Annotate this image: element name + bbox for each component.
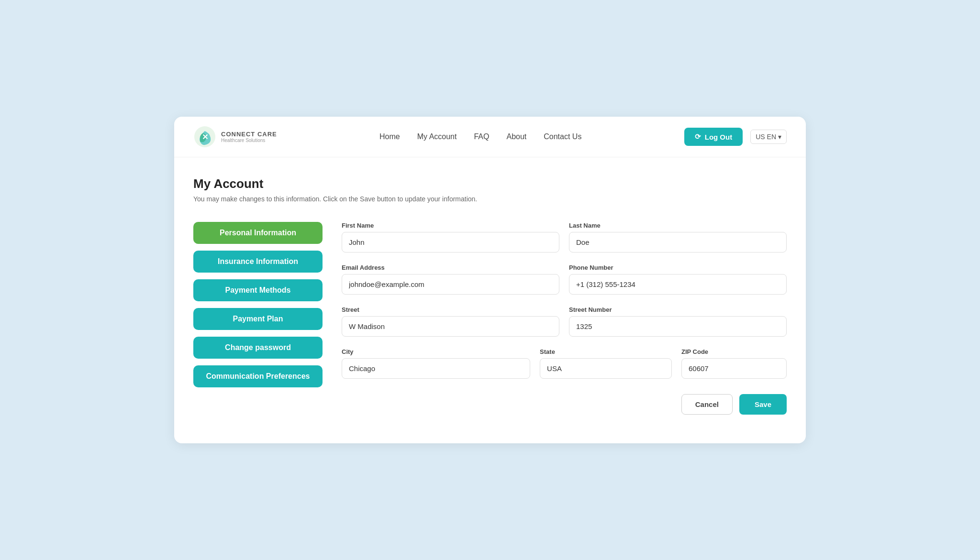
email-input[interactable] [342,274,559,295]
page-subtitle: You may make changes to this information… [193,195,787,203]
contact-row: Email Address Phone Number [342,264,787,295]
sidebar-btn-payment-methods[interactable]: Payment Methods [193,279,323,301]
sidebar-btn-change-password[interactable]: Change password [193,337,323,359]
street-number-input[interactable] [569,316,787,337]
navbar: ✕ CONNECT CARE Healthcare Solutions Home… [174,117,806,157]
name-row: First Name Last Name [342,222,787,253]
cancel-button[interactable]: Cancel [681,394,733,415]
logo-title: CONNECT CARE [221,131,277,138]
sidebar-btn-insurance-info[interactable]: Insurance Information [193,251,323,273]
last-name-group: Last Name [569,222,787,253]
zip-label: ZIP Code [681,348,787,355]
state-group: State [540,348,672,379]
nav-links: Home My Account FAQ About Contact Us [379,132,581,141]
sidebar: Personal Information Insurance Informati… [193,222,323,415]
nav-home[interactable]: Home [379,132,400,141]
save-button[interactable]: Save [739,394,787,415]
street-number-label: Street Number [569,306,787,313]
phone-input[interactable] [569,274,787,295]
city-input[interactable] [342,358,530,379]
street-label: Street [342,306,559,313]
lang-label: US EN [756,133,776,141]
city-label: City [342,348,530,355]
location-row: City State ZIP Code [342,348,787,379]
main-card: ✕ CONNECT CARE Healthcare Solutions Home… [174,117,806,443]
nav-about[interactable]: About [506,132,526,141]
page-title: My Account [193,176,787,191]
nav-contact[interactable]: Contact Us [544,132,581,141]
page-content: My Account You may make changes to this … [174,157,806,443]
street-number-group: Street Number [569,306,787,337]
chevron-down-icon: ▾ [778,133,781,141]
main-layout: Personal Information Insurance Informati… [193,222,787,415]
phone-group: Phone Number [569,264,787,295]
nav-faq[interactable]: FAQ [474,132,489,141]
phone-label: Phone Number [569,264,787,271]
state-label: State [540,348,672,355]
sidebar-btn-comm-prefs[interactable]: Communication Preferences [193,365,323,387]
zip-input[interactable] [681,358,787,379]
logo-text: CONNECT CARE Healthcare Solutions [221,131,277,143]
last-name-label: Last Name [569,222,787,229]
navbar-right: ⟳ Log Out US EN ▾ [684,128,787,146]
logo-subtitle: Healthcare Solutions [221,138,277,143]
language-selector[interactable]: US EN ▾ [750,130,787,144]
first-name-input[interactable] [342,232,559,253]
street-input[interactable] [342,316,559,337]
zip-group: ZIP Code [681,348,787,379]
street-group: Street [342,306,559,337]
form-grid: First Name Last Name Email Address [342,222,787,379]
street-row: Street Street Number [342,306,787,337]
first-name-label: First Name [342,222,559,229]
state-input[interactable] [540,358,672,379]
first-name-group: First Name [342,222,559,253]
logo-icon: ✕ [193,125,216,148]
logout-icon: ⟳ [695,132,701,141]
sidebar-btn-personal-info[interactable]: Personal Information [193,222,323,244]
sidebar-btn-payment-plan[interactable]: Payment Plan [193,308,323,330]
logout-label: Log Out [705,133,732,141]
nav-my-account[interactable]: My Account [417,132,457,141]
last-name-input[interactable] [569,232,787,253]
email-label: Email Address [342,264,559,271]
email-group: Email Address [342,264,559,295]
logout-button[interactable]: ⟳ Log Out [684,128,743,146]
form-area: First Name Last Name Email Address [342,222,787,415]
form-actions: Cancel Save [342,394,787,415]
city-group: City [342,348,530,379]
logo: ✕ CONNECT CARE Healthcare Solutions [193,125,277,148]
svg-text:✕: ✕ [202,133,208,141]
